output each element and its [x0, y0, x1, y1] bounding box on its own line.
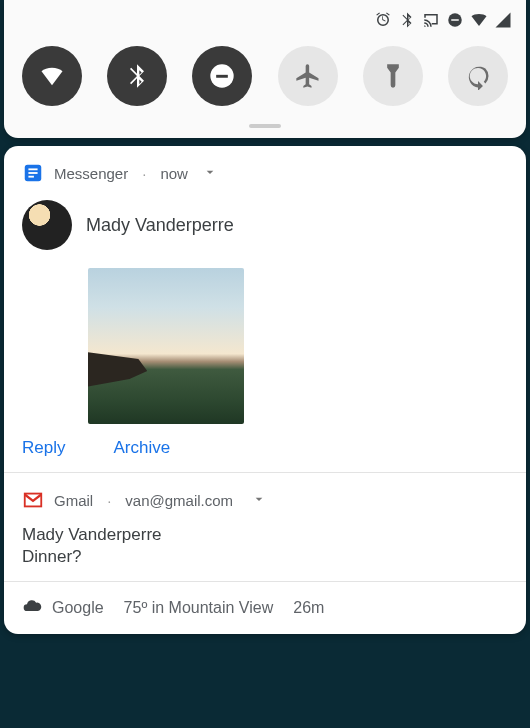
expand-chevron-icon[interactable] [202, 164, 218, 183]
wifi-toggle[interactable] [22, 46, 82, 106]
cast-icon [422, 11, 440, 29]
weather-age: 26m [293, 599, 324, 617]
panel-drag-handle[interactable] [249, 124, 281, 128]
weather-source: Google [52, 599, 104, 617]
notification-header: Messenger now [22, 162, 508, 184]
reply-button[interactable]: Reply [22, 438, 65, 458]
separator-dot [138, 165, 150, 182]
cloud-icon [22, 596, 42, 620]
notification-weather[interactable]: Google 75º in Mountain View 26m [4, 582, 526, 634]
svg-rect-1 [451, 19, 459, 21]
notification-time: now [160, 165, 188, 182]
notification-messenger[interactable]: Messenger now Mady Vanderperre Reply Arc… [4, 146, 526, 472]
bluetooth-toggle[interactable] [107, 46, 167, 106]
rotate-toggle[interactable] [448, 46, 508, 106]
notification-shade: Messenger now Mady Vanderperre Reply Arc… [4, 146, 526, 634]
status-bar [14, 8, 516, 32]
dnd-icon [446, 11, 464, 29]
weather-row: Google 75º in Mountain View 26m [22, 596, 508, 620]
bluetooth-icon [398, 11, 416, 29]
gmail-body: Mady Vanderperre Dinner? [22, 525, 508, 567]
svg-rect-3 [217, 75, 229, 78]
message-image-attachment[interactable] [88, 268, 244, 424]
alarm-icon [374, 11, 392, 29]
flashlight-toggle[interactable] [363, 46, 423, 106]
weather-summary: 75º in Mountain View [124, 599, 274, 617]
signal-icon [494, 11, 512, 29]
email-sender: Mady Vanderperre [22, 525, 508, 545]
quick-settings-toggles [14, 32, 516, 124]
email-subject: Dinner? [22, 547, 508, 567]
sender-name: Mady Vanderperre [86, 215, 234, 236]
sender-avatar [22, 200, 72, 250]
sender-row: Mady Vanderperre [22, 200, 508, 250]
svg-rect-6 [28, 172, 37, 174]
airplane-toggle[interactable] [278, 46, 338, 106]
quick-settings-panel [4, 0, 526, 138]
expand-chevron-icon[interactable] [251, 491, 267, 510]
svg-rect-5 [28, 168, 37, 170]
svg-rect-7 [28, 176, 34, 178]
dnd-toggle[interactable] [192, 46, 252, 106]
archive-button[interactable]: Archive [113, 438, 170, 458]
wifi-icon [470, 11, 488, 29]
app-name-label: Messenger [54, 165, 128, 182]
messenger-app-icon [22, 162, 44, 184]
gmail-app-icon [22, 489, 44, 511]
notification-gmail[interactable]: Gmail van@gmail.com Mady Vanderperre Din… [4, 473, 526, 581]
account-label: van@gmail.com [125, 492, 233, 509]
app-name-label: Gmail [54, 492, 93, 509]
notification-header: Gmail van@gmail.com [22, 489, 508, 511]
notification-actions: Reply Archive [22, 438, 508, 458]
separator-dot [103, 492, 115, 509]
